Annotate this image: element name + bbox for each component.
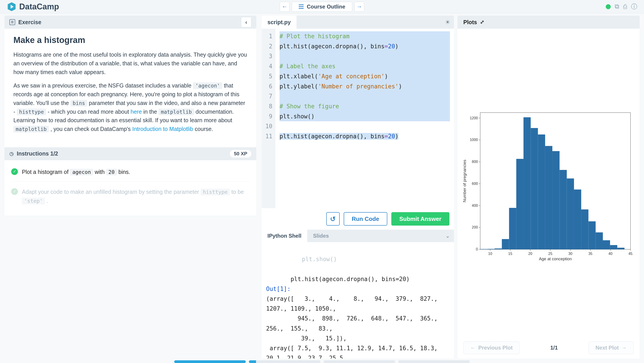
expand-plots-icon[interactable]: ⤢ bbox=[480, 19, 484, 25]
brand-text: DataCamp bbox=[19, 2, 59, 12]
xp-pill: 50 XP bbox=[230, 150, 251, 158]
submit-answer-button[interactable]: Submit Answer bbox=[391, 212, 450, 226]
console-tabbar: IPython Shell Slides ⌄ bbox=[262, 230, 454, 242]
instructions-header-bar: ◷ Instructions 1/2 50 XP bbox=[4, 147, 256, 160]
svg-rect-51 bbox=[617, 248, 624, 249]
collapse-left-button[interactable]: ‹ bbox=[241, 17, 251, 27]
editor-console-column: script.py ☀ 1234567891011 # Plot the his… bbox=[262, 16, 454, 358]
svg-text:35: 35 bbox=[588, 252, 592, 256]
svg-text:1200: 1200 bbox=[470, 116, 478, 120]
editor-theme-toggle-icon[interactable]: ☀ bbox=[441, 19, 454, 26]
progress-segment bbox=[324, 360, 395, 363]
ipython-console[interactable]: plt.show() plt.hist(agecon.dropna(), bin… bbox=[262, 242, 454, 358]
left-pane: ≡ Exercise ‹ Make a histogram Histograms… bbox=[0, 14, 261, 363]
svg-rect-39 bbox=[531, 128, 538, 249]
console-expand-icon[interactable]: ⌄ bbox=[442, 233, 454, 239]
here-link[interactable]: here bbox=[130, 109, 142, 115]
instruction-step-1: ✓ Plot a histogram of agecon with 20 bin… bbox=[11, 166, 250, 181]
plots-column: Plots ⤢ 02004006008001000120010152025303… bbox=[458, 16, 640, 358]
plots-header-bar: Plots ⤢ bbox=[458, 16, 640, 29]
check-icon: ✓ bbox=[11, 168, 18, 175]
editor-tabbar: script.py ☀ bbox=[262, 16, 454, 29]
logo: DataCamp bbox=[7, 2, 59, 12]
plot-area: 0200400600800100012001015202530354045Age… bbox=[458, 29, 640, 358]
next-plot-button[interactable]: Next Plot → bbox=[588, 341, 634, 354]
svg-rect-42 bbox=[552, 151, 560, 249]
intro-matplotlib-link[interactable]: Introduction to Matplotlib bbox=[132, 126, 193, 132]
svg-rect-46 bbox=[581, 209, 588, 249]
instructions-icon: ◷ bbox=[10, 151, 14, 157]
plot-navigation: ← Previous Plot 1/1 Next Plot → bbox=[462, 338, 635, 354]
progress-segment bbox=[174, 360, 246, 363]
reset-code-button[interactable]: ↺ bbox=[326, 212, 340, 226]
course-progress-strip bbox=[0, 360, 644, 363]
tab-ipython-shell[interactable]: IPython Shell bbox=[262, 230, 307, 242]
svg-text:600: 600 bbox=[472, 182, 478, 186]
svg-text:45: 45 bbox=[628, 252, 632, 256]
exercise-paragraph-2: As we saw in a previous exercise, the NS… bbox=[14, 81, 247, 133]
svg-rect-36 bbox=[509, 208, 516, 249]
exercise-paragraph-1: Histograms are one of the most useful to… bbox=[14, 50, 247, 76]
svg-rect-44 bbox=[567, 178, 574, 249]
svg-text:1000: 1000 bbox=[470, 138, 478, 142]
datacamp-logo-icon bbox=[7, 2, 16, 12]
svg-rect-38 bbox=[524, 117, 531, 249]
svg-rect-32 bbox=[480, 249, 487, 249]
course-outline-label: Course Outline bbox=[307, 4, 345, 10]
video-icon[interactable]: ⧉ bbox=[615, 3, 619, 10]
next-exercise-button[interactable]: → bbox=[354, 2, 364, 12]
instructions-header-label: Instructions 1/2 bbox=[17, 150, 58, 157]
instruction-step-2: ✓ Adapt your code to make an unfilled hi… bbox=[11, 181, 250, 210]
svg-text:10: 10 bbox=[488, 252, 492, 256]
svg-rect-37 bbox=[516, 159, 524, 249]
exercise-title: Make a histogram bbox=[14, 35, 247, 45]
tab-slides[interactable]: Slides bbox=[307, 230, 335, 242]
course-outline-button[interactable]: Course Outline bbox=[292, 2, 352, 12]
svg-rect-47 bbox=[588, 221, 596, 249]
export-pdf-icon[interactable]: ⎙ bbox=[623, 3, 627, 10]
histogram-plot: 0200400600800100012001015202530354045Age… bbox=[462, 33, 635, 338]
svg-rect-35 bbox=[502, 239, 509, 249]
editor-actions: ↺ Run Code Submit Answer bbox=[262, 208, 454, 230]
topbar: DataCamp ← Course Outline → ⧉ ⎙ ⓘ bbox=[0, 0, 644, 14]
svg-text:Number of pregnancies: Number of pregnancies bbox=[462, 160, 467, 202]
svg-rect-43 bbox=[560, 170, 567, 249]
code-editor[interactable]: 1234567891011 # Plot the histogramplt.hi… bbox=[262, 29, 454, 208]
previous-plot-button[interactable]: ← Previous Plot bbox=[463, 341, 520, 354]
svg-text:20: 20 bbox=[528, 252, 532, 256]
exercise-body: Make a histogram Histograms are one of t… bbox=[4, 29, 256, 147]
connection-status-dot bbox=[606, 4, 611, 9]
svg-text:15: 15 bbox=[508, 252, 512, 256]
svg-text:25: 25 bbox=[548, 252, 552, 256]
plot-page-indicator: 1/1 bbox=[550, 345, 558, 351]
menu-icon bbox=[299, 5, 304, 9]
exercise-header-label: Exercise bbox=[18, 19, 41, 26]
svg-rect-50 bbox=[610, 245, 617, 249]
svg-text:400: 400 bbox=[472, 203, 478, 207]
exercise-icon: ≡ bbox=[10, 19, 15, 25]
svg-rect-40 bbox=[538, 135, 545, 249]
progress-segment bbox=[249, 360, 320, 363]
svg-text:30: 30 bbox=[568, 252, 572, 256]
svg-rect-49 bbox=[603, 240, 610, 249]
svg-rect-41 bbox=[545, 146, 552, 249]
svg-rect-34 bbox=[495, 248, 502, 249]
svg-text:0: 0 bbox=[476, 247, 478, 251]
svg-text:200: 200 bbox=[472, 225, 478, 229]
svg-rect-48 bbox=[596, 232, 603, 249]
svg-text:Age at conception: Age at conception bbox=[539, 256, 572, 261]
check-icon: ✓ bbox=[11, 188, 18, 195]
info-icon[interactable]: ⓘ bbox=[631, 3, 637, 11]
svg-rect-33 bbox=[488, 249, 495, 249]
svg-text:40: 40 bbox=[608, 252, 612, 256]
svg-rect-45 bbox=[574, 190, 581, 249]
instructions-body: ✓ Plot a histogram of agecon with 20 bin… bbox=[4, 160, 256, 215]
progress-segment bbox=[398, 360, 470, 363]
editor-tab-scriptpy[interactable]: script.py bbox=[262, 16, 296, 29]
prev-exercise-button[interactable]: ← bbox=[280, 2, 290, 12]
exercise-header-bar: ≡ Exercise ‹ bbox=[4, 16, 256, 29]
svg-text:800: 800 bbox=[472, 160, 478, 164]
run-code-button[interactable]: Run Code bbox=[344, 212, 387, 226]
plots-header-label: Plots bbox=[463, 19, 477, 26]
